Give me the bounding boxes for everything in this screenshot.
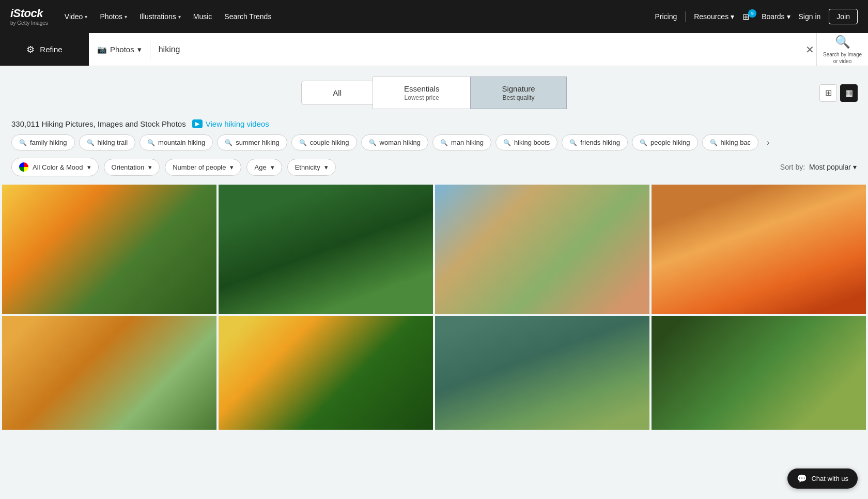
sort-label: Sort by: [780,163,805,171]
grid-view-toggle: ⊞ ▦ [819,84,858,102]
results-info: 330,011 Hiking Pictures, Images and Stoc… [0,117,868,134]
nav-right: Pricing Resources ▾ ⊞ 9 Boards ▾ Sign in… [655,9,858,24]
image-cell[interactable] [435,316,649,430]
search-type-selector[interactable]: 📷 Photos ▾ [89,39,150,60]
join-button[interactable]: Join [829,9,858,24]
chevron-down-icon: ▾ [85,14,87,20]
view-videos-link[interactable]: ▶ View hiking videos [192,119,269,128]
camera-icon: 📷 [97,45,107,54]
search-icon: 🔍 [19,139,27,146]
nav-divider [685,11,686,22]
suggestion-pills: 🔍 family hiking 🔍 hiking trail 🔍 mountai… [0,134,868,158]
grid-small-button[interactable]: ⊞ [819,84,837,102]
signin-link[interactable]: Sign in [799,12,821,21]
sort-area: Sort by: Most popular ▾ [780,163,857,171]
search-icon: 🔍 [225,139,233,146]
pill-summer-hiking[interactable]: 🔍 summer hiking [217,134,287,150]
color-circle-icon [19,162,28,172]
chevron-down-icon: ▾ [324,163,328,171]
chevron-down-icon: ▾ [87,163,91,171]
nav-resources-link[interactable]: Resources ▾ [694,12,734,21]
content-area: All Essentials Lowest price Signature Be… [0,66,868,432]
search-input-wrapper [150,45,803,54]
search-icon: 🔍 [710,139,718,146]
image-cell[interactable] [652,316,866,430]
chevron-down-icon: ▾ [125,14,127,20]
sliders-icon: ⚙ [26,44,35,55]
pill-people-hiking[interactable]: 🔍 people hiking [632,134,698,150]
chevron-down-icon: ▾ [148,163,152,171]
chevron-down-icon: ▾ [853,163,857,171]
search-icon: 🔍 [299,139,307,146]
chat-button[interactable]: 💬 Chat with us [787,468,858,489]
image-cell[interactable] [652,185,866,314]
tab-essentials[interactable]: Essentials Lowest price [373,77,470,109]
collection-tabs: All Essentials Lowest price Signature Be… [0,66,868,117]
nav-music[interactable]: Music [193,12,212,21]
search-input[interactable] [159,45,795,54]
logo-text: iStock [10,7,48,20]
more-pills-button[interactable]: › [763,136,773,149]
image-cell[interactable] [2,185,216,314]
search-by-image-button[interactable]: 🔍 Search by image or video [816,33,868,66]
site-logo[interactable]: iStock by Getty Images [10,7,48,25]
search-bar: ⚙ Refine 📷 Photos ▾ ✕ 🔍 Search by image … [0,33,868,66]
image-cell[interactable] [219,185,433,314]
tab-signature[interactable]: Signature Best quality [470,77,566,109]
pill-hiking-boots[interactable]: 🔍 hiking boots [495,134,557,150]
nav-search-trends[interactable]: Search Trends [224,12,271,21]
nav-photos[interactable]: Photos ▾ [100,12,127,21]
filter-number-of-people[interactable]: Number of people ▾ [165,159,241,176]
search-icon: 🔍 [369,139,377,146]
navbar: iStock by Getty Images Video ▾ Photos ▾ … [0,0,868,33]
chevron-down-icon: ▾ [230,163,234,171]
pill-friends-hiking[interactable]: 🔍 friends hiking [562,134,628,150]
chevron-down-icon: ▾ [137,45,142,54]
image-cell[interactable] [435,185,649,314]
search-icon: 🔍 [640,139,647,146]
nav-video[interactable]: Video ▾ [65,12,88,21]
chevron-down-icon: ▾ [178,14,181,20]
pill-family-hiking[interactable]: 🔍 family hiking [11,134,75,150]
pill-hiking-trail[interactable]: 🔍 hiking trail [79,134,136,150]
tab-all[interactable]: All [301,81,373,105]
search-icon: 🔍 [87,139,95,146]
nav-pricing-link[interactable]: Pricing [655,12,677,21]
chevron-down-icon: ▾ [731,12,734,21]
nav-illustrations[interactable]: Illustrations ▾ [140,12,181,21]
results-count: 330,011 Hiking Pictures, Images and Stoc… [11,119,186,128]
image-cell[interactable] [219,316,433,430]
search-icon: 🔍 [440,139,448,146]
image-cell[interactable] [2,316,216,430]
filter-color-mood[interactable]: All Color & Mood ▾ [11,158,99,176]
chat-icon: 💬 [797,474,807,483]
filter-age[interactable]: Age ▾ [246,159,282,176]
refine-button[interactable]: ⚙ Refine [0,33,89,66]
image-search-icon: 🔍 [835,35,850,49]
boards-badge: 9 [748,9,756,18]
pill-man-hiking[interactable]: 🔍 man hiking [432,134,491,150]
pill-hiking-bac[interactable]: 🔍 hiking bac [702,134,759,150]
pill-mountain-hiking[interactable]: 🔍 mountain hiking [140,134,213,150]
filter-bar: All Color & Mood ▾ Orientation ▾ Number … [0,158,868,185]
logo-subtext: by Getty Images [10,20,48,26]
filter-ethnicity[interactable]: Ethnicity ▾ [287,159,336,176]
image-grid [0,185,868,432]
nav-boards-link[interactable]: ⊞ 9 Boards ▾ [742,12,790,22]
sort-select[interactable]: Most popular ▾ [809,163,857,171]
chevron-down-icon: ▾ [271,163,274,171]
search-icon: 🔍 [147,139,155,146]
grid-large-button[interactable]: ▦ [840,84,858,102]
filter-orientation[interactable]: Orientation ▾ [104,159,160,176]
play-icon: ▶ [192,119,203,128]
pill-couple-hiking[interactable]: 🔍 couple hiking [291,134,357,150]
clear-search-button[interactable]: ✕ [803,41,816,58]
chevron-down-icon: ▾ [787,12,791,21]
pill-woman-hiking[interactable]: 🔍 woman hiking [361,134,429,150]
search-icon: 🔍 [569,139,577,146]
search-icon: 🔍 [503,139,511,146]
